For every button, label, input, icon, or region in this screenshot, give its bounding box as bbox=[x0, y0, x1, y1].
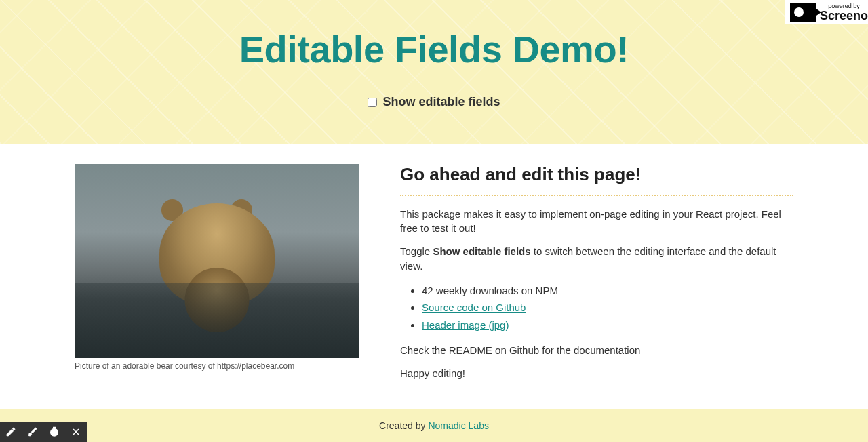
list-item-github: Source code on Github bbox=[422, 299, 793, 317]
image-caption: Picture of an adorable bear courtesy of … bbox=[75, 361, 359, 371]
close-icon bbox=[71, 426, 81, 437]
para2-bold: Show editable fields bbox=[433, 245, 530, 257]
close-button[interactable] bbox=[65, 422, 87, 442]
pencil-button[interactable] bbox=[0, 422, 22, 442]
list-item-header-image: Header image (jpg) bbox=[422, 317, 793, 334]
bear-image bbox=[75, 164, 359, 358]
timer-button[interactable] bbox=[43, 422, 65, 442]
toggle-instruction-paragraph: Toggle Show editable fields to switch be… bbox=[400, 244, 793, 274]
header-image-link[interactable]: Header image (jpg) bbox=[422, 319, 509, 331]
timer-icon bbox=[49, 426, 60, 437]
footer-link[interactable]: Nomadic Labs bbox=[428, 420, 489, 431]
brush-icon bbox=[27, 426, 38, 437]
page-title: Editable Fields Demo! bbox=[14, 27, 854, 71]
show-editable-label: Show editable fields bbox=[382, 95, 500, 109]
hero-section: powered by Screeno Editable Fields Demo!… bbox=[0, 0, 868, 144]
brush-button[interactable] bbox=[22, 422, 43, 442]
list-item-downloads: 42 weekly downloads on NPM bbox=[422, 282, 793, 300]
badge-brand-text: Screeno bbox=[820, 9, 868, 22]
show-editable-checkbox[interactable] bbox=[368, 98, 377, 107]
screencast-icon bbox=[790, 3, 816, 22]
intro-paragraph: This package makes it easy to implement … bbox=[400, 207, 793, 237]
text-column: Go ahead and edit this page! This packag… bbox=[400, 164, 793, 389]
closing-paragraph: Happy editing! bbox=[400, 366, 793, 381]
para2-prefix: Toggle bbox=[400, 245, 433, 257]
content-heading: Go ahead and edit this page! bbox=[400, 164, 793, 185]
pencil-icon bbox=[5, 426, 16, 437]
feature-list: 42 weekly downloads on NPM Source code o… bbox=[400, 282, 793, 334]
show-editable-toggle[interactable]: Show editable fields bbox=[368, 95, 500, 109]
badge-text: powered by Screeno bbox=[820, 3, 868, 22]
readme-paragraph: Check the README on Github for the docum… bbox=[400, 343, 793, 358]
github-link[interactable]: Source code on Github bbox=[422, 302, 526, 313]
footer-prefix: Created by bbox=[379, 420, 428, 431]
divider bbox=[400, 195, 793, 196]
powered-by-badge[interactable]: powered by Screeno bbox=[785, 0, 868, 24]
content-section: Picture of an adorable bear courtesy of … bbox=[61, 144, 807, 409]
image-column: Picture of an adorable bear courtesy of … bbox=[75, 164, 359, 371]
screencast-toolbar bbox=[0, 422, 87, 442]
footer: Created by Nomadic Labs bbox=[0, 409, 868, 442]
